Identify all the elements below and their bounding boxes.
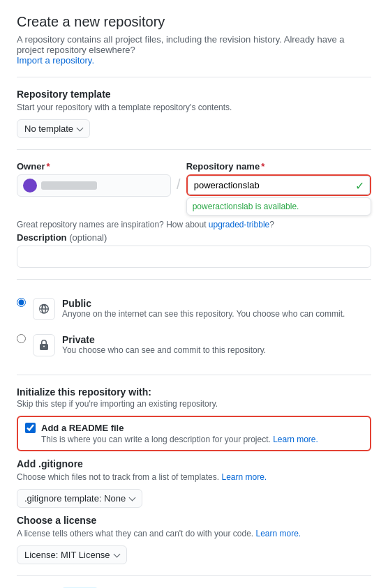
owner-name bbox=[41, 181, 97, 190]
public-desc: Anyone on the internet can see this repo… bbox=[62, 309, 371, 319]
license-dropdown-button[interactable]: License: MIT License bbox=[17, 545, 127, 564]
visibility-options: Public Anyone on the internet can see th… bbox=[17, 291, 371, 363]
template-section-title: Repository template bbox=[17, 89, 371, 100]
description-section: Description (optional) bbox=[17, 232, 371, 268]
init-subtitle: Skip this step if you're importing an ex… bbox=[17, 399, 371, 409]
readme-checkbox-row: Add a README file This is where you can … bbox=[17, 416, 371, 451]
repo-required-star: * bbox=[261, 161, 264, 172]
readme-desc: This is where you can write a long descr… bbox=[41, 435, 363, 444]
repo-name-check-icon: ✓ bbox=[355, 179, 364, 192]
readme-content: Add a README file This is where you can … bbox=[41, 423, 363, 444]
owner-field bbox=[17, 174, 171, 197]
license-chevron-icon bbox=[113, 550, 120, 557]
gitignore-title: Add .gitignore bbox=[17, 458, 371, 469]
template-section-desc: Start your repository with a template re… bbox=[17, 103, 371, 112]
repo-name-input-wrap: ✓ bbox=[186, 174, 371, 196]
init-title: Initialize this repository with: bbox=[17, 386, 371, 398]
public-title: Public bbox=[62, 298, 371, 309]
owner-block: Owner* bbox=[17, 161, 171, 197]
gitignore-learn-more-link[interactable]: Learn more. bbox=[221, 472, 267, 482]
public-option: Public Anyone on the internet can see th… bbox=[17, 291, 371, 327]
repo-hint-text: Great repository names are inspiration? … bbox=[17, 220, 371, 229]
license-title: Choose a license bbox=[17, 515, 371, 526]
license-section: Choose a license A license tells others … bbox=[17, 515, 371, 564]
slash-separator: / bbox=[177, 176, 181, 193]
description-label: Description (optional) bbox=[17, 232, 371, 243]
readme-learn-more-link[interactable]: Learn more. bbox=[273, 435, 318, 444]
gitignore-dropdown-label: .gitignore template: None bbox=[24, 493, 126, 504]
template-dropdown-label: No template bbox=[24, 123, 73, 134]
gitignore-dropdown-button[interactable]: .gitignore template: None bbox=[17, 489, 142, 508]
gitignore-chevron-icon bbox=[129, 494, 136, 501]
private-icon bbox=[33, 334, 55, 356]
public-radio[interactable] bbox=[17, 298, 26, 307]
divider-1 bbox=[17, 77, 371, 77]
divider-3 bbox=[17, 279, 371, 280]
owner-label: Owner* bbox=[17, 161, 171, 172]
initialize-section: Initialize this repository with: Skip th… bbox=[17, 386, 371, 451]
license-desc: A license tells others what they can and… bbox=[17, 529, 371, 538]
private-radio[interactable] bbox=[17, 334, 26, 343]
readme-checkbox[interactable] bbox=[25, 423, 36, 433]
template-chevron-icon bbox=[77, 124, 84, 131]
readme-title: Add a README file bbox=[41, 423, 363, 433]
gitignore-section: Add .gitignore Choose which files not to… bbox=[17, 458, 371, 508]
private-content: Private You choose who can see and commi… bbox=[62, 334, 371, 355]
license-learn-more-link[interactable]: Learn more. bbox=[256, 529, 301, 538]
page-subtitle: A repository contains all project files,… bbox=[17, 34, 371, 66]
private-desc: You choose who can see and commit to thi… bbox=[62, 345, 371, 355]
repo-availability-tooltip: poweractionslab is available. bbox=[186, 197, 371, 216]
divider-4 bbox=[17, 375, 371, 375]
license-dropdown-label: License: MIT License bbox=[24, 550, 110, 560]
owner-required-star: * bbox=[46, 161, 50, 172]
divider-5 bbox=[17, 575, 371, 576]
template-section: Repository template Start your repositor… bbox=[17, 89, 371, 138]
description-input[interactable] bbox=[17, 246, 371, 268]
gitignore-desc: Choose which files not to track from a l… bbox=[17, 472, 371, 482]
private-title: Private bbox=[62, 334, 371, 345]
public-icon bbox=[33, 298, 55, 320]
repo-suggestion-link[interactable]: upgraded-tribble bbox=[209, 220, 269, 229]
repo-name-label: Repository name* bbox=[186, 161, 371, 172]
owner-repo-row: Owner* / Repository name* ✓ poweractions… bbox=[17, 161, 371, 216]
owner-avatar bbox=[23, 179, 37, 193]
divider-2 bbox=[17, 149, 371, 150]
description-optional-label: (optional) bbox=[69, 232, 107, 243]
page-title: Create a new repository bbox=[17, 14, 371, 30]
private-option: Private You choose who can see and commi… bbox=[17, 327, 371, 363]
public-content: Public Anyone on the internet can see th… bbox=[62, 298, 371, 319]
import-repository-link[interactable]: Import a repository. bbox=[17, 55, 94, 66]
repo-name-input[interactable] bbox=[188, 176, 370, 195]
template-dropdown-button[interactable]: No template bbox=[17, 119, 90, 138]
repo-name-block: Repository name* ✓ poweractionslab is av… bbox=[186, 161, 371, 216]
